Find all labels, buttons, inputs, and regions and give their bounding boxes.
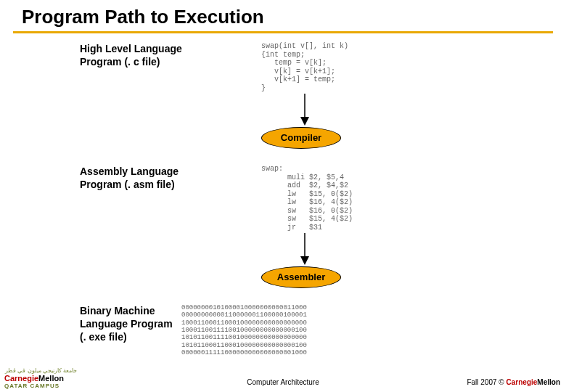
compiler-node-wrap: Compiler	[0, 127, 566, 152]
stage-asm: Assembly Language Program (. asm file) s…	[0, 165, 566, 232]
footer-carnegie: Carnegie	[506, 378, 538, 386]
stage-asm-label-line1: Assembly Language	[80, 165, 232, 178]
stage-asm-label-line2: Program (. asm file)	[80, 178, 232, 191]
stage-bin-code: 00000000101000010000000000011000 0000000…	[181, 304, 307, 356]
stage-asm-code: swap: muli $2, $5,4 add $2, $4,$2 lw $15…	[261, 165, 353, 232]
stage-hll-label-line2: Program (. c file)	[80, 55, 232, 68]
logo-cmu: CarnegieMellon	[4, 374, 77, 383]
stage-hll-label: High Level Language Program (. c file)	[80, 42, 232, 68]
down-arrow-icon	[298, 232, 312, 265]
footer: جامعة كارنيجي ميلون في قطر CarnegieMello…	[0, 367, 566, 389]
footer-mellon: Mellon	[537, 378, 560, 386]
stage-bin: Binary Machine Language Program (. exe f…	[0, 304, 566, 356]
compiler-node: Compiler	[261, 127, 341, 149]
logo-arabic: جامعة كارنيجي ميلون في قطر	[4, 367, 77, 374]
svg-marker-3	[300, 256, 309, 265]
logo-qatar: QATAR CAMPUS	[4, 383, 77, 389]
slide-title: Program Path to Execution	[0, 0, 566, 31]
logo-mellon: Mellon	[38, 374, 64, 383]
arrow-asm-to-assembler	[0, 232, 566, 266]
stage-hll-label-line1: High Level Language	[80, 42, 232, 55]
logo-left: جامعة كارنيجي ميلون في قطر CarnegieMello…	[4, 367, 77, 389]
stage-asm-label: Assembly Language Program (. asm file)	[80, 165, 232, 191]
title-underline	[13, 31, 553, 33]
down-arrow-icon	[298, 92, 312, 126]
logo-carnegie: Carnegie	[4, 374, 38, 383]
svg-marker-1	[300, 117, 309, 126]
assembler-node: Assembler	[261, 266, 341, 288]
arrow-hll-to-compiler	[0, 92, 566, 127]
stage-hll-code: swap(int v[], int k) {int temp; temp = v…	[261, 42, 348, 92]
stage-hll: High Level Language Program (. c file) s…	[0, 42, 566, 92]
footer-center: Computer Architecture	[247, 378, 319, 386]
footer-right: Fall 2007 © CarnegieMellon	[467, 378, 560, 386]
footer-copyright: Fall 2007 ©	[467, 378, 504, 386]
assembler-node-wrap: Assembler	[0, 266, 566, 291]
